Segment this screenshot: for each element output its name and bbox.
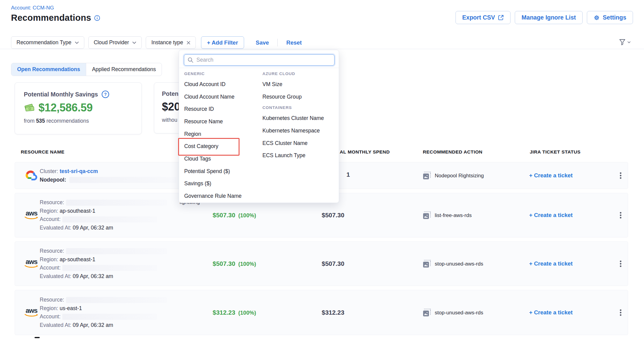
create-ticket-link[interactable]: + Create a ticket: [529, 309, 573, 316]
filter-option-cloud-tags[interactable]: Cloud Tags: [184, 153, 261, 165]
redacted-value: [66, 200, 167, 206]
total-spend-value: $507.30: [322, 212, 344, 219]
resource-line: Cluster: test-sri-qa-ccm: [40, 167, 176, 176]
divider: [277, 39, 278, 46]
help-icon[interactable]: ?: [101, 90, 109, 98]
chevron-down-icon: [75, 42, 79, 44]
instance-type-filter-chip[interactable]: Instance type: [146, 36, 196, 49]
monthly-savings-cell: $507.30 (100%): [213, 260, 256, 267]
monthly-savings-cell: $507.30 (100%): [213, 212, 256, 219]
tab-applied-recommendations[interactable]: Applied Recommendations: [86, 63, 162, 76]
section-heading-generic: GENERIC: [184, 69, 261, 78]
recommendation-row[interactable]: aws Resource: Region: ap-southeast-1 Acc…: [15, 241, 628, 286]
dropdown-search-input[interactable]: [184, 54, 335, 66]
filter-option-governance-rule-name[interactable]: Governance Rule Name: [184, 190, 261, 202]
external-link-icon: [498, 15, 504, 20]
filter-option-cloud-account-id[interactable]: Cloud Account ID: [184, 78, 261, 91]
filter-option-resource-id[interactable]: Resource ID: [184, 103, 261, 115]
filter-option-kubernetes-cluster-name[interactable]: Kubernetes Cluster Name: [262, 112, 337, 125]
create-ticket-link[interactable]: + Create a ticket: [529, 172, 573, 179]
resource-line: Region: us-east-1: [40, 304, 167, 313]
chevron-down-icon: [132, 42, 136, 44]
settings-label: Settings: [603, 14, 626, 21]
create-ticket-link[interactable]: + Create a ticket: [529, 260, 573, 267]
recommended-action-label: stop-unused-aws-rds: [435, 309, 483, 316]
resource-line: Evaluated At: 09 Apr, 06:32 am: [40, 224, 167, 232]
recommendation-type-filter-chip[interactable]: Recommendation Type: [11, 36, 84, 49]
recommended-action-label: stop-unused-aws-rds: [435, 261, 483, 267]
row-menu-kebab[interactable]: [618, 210, 623, 220]
filter-option-savings[interactable]: Savings ($): [184, 178, 261, 190]
column-header-resource-name: RESOURCE NAME: [21, 149, 64, 155]
gcp-cloud-icon: [24, 169, 38, 182]
screen-artifact: [35, 337, 40, 338]
spend-card-title-fragment: Poten: [162, 90, 178, 97]
action-image-placeholder-icon: [423, 260, 431, 268]
savings-amount: $12,586.59: [38, 101, 93, 114]
recommendations-tabs: Open Recommendations Applied Recommendat…: [11, 63, 162, 76]
filter-option-vm-size[interactable]: VM Size: [262, 78, 337, 91]
filter-option-ecs-launch-type[interactable]: ECS Launch Type: [262, 149, 337, 162]
settings-button[interactable]: Settings: [587, 11, 633, 24]
row-menu-kebab[interactable]: [618, 171, 623, 181]
filter-option-cost-category[interactable]: Cost Category: [184, 140, 261, 153]
close-icon[interactable]: [187, 41, 190, 45]
cloud-provider-filter-chip[interactable]: Cloud Provider: [88, 36, 142, 49]
filter-option-cloud-account-name[interactable]: Cloud Account Name: [184, 91, 261, 103]
aws-logo: aws: [24, 308, 39, 317]
manage-ignore-list-label: Manage Ignore List: [521, 14, 576, 21]
resource-line: Resource:: [40, 198, 167, 207]
filter-option-resource-name[interactable]: Resource Name: [184, 115, 261, 128]
chip-label: Recommendation Type: [16, 39, 71, 46]
filter-funnel-icon[interactable]: [619, 39, 631, 46]
redacted-value: [69, 177, 176, 183]
resource-line: Account:: [40, 313, 167, 321]
manage-ignore-list-button[interactable]: Manage Ignore List: [515, 11, 583, 24]
add-filter-dropdown: GENERIC Cloud Account ID Cloud Account N…: [179, 50, 339, 203]
section-heading-azure-cloud: AZURE CLOUD: [262, 69, 337, 78]
filter-option-potential-spend[interactable]: Potential Spend ($): [184, 165, 261, 178]
recommendations-page: Account: CCM-NG Recommendations Export C…: [0, 0, 644, 340]
cluster-link[interactable]: test-sri-qa-ccm: [60, 168, 98, 174]
row-menu-kebab[interactable]: [618, 308, 623, 318]
create-ticket-link[interactable]: + Create a ticket: [529, 212, 573, 219]
savings-subtext: from 535 recommendations: [24, 118, 133, 124]
column-header-recommended-action: RECOMMENDED ACTION: [423, 149, 482, 155]
recommended-action-cell: list-free-aws-rds: [423, 212, 472, 219]
divider: [0, 49, 644, 49]
info-icon[interactable]: [94, 15, 100, 21]
section-heading-containers: CONTAINERS: [262, 103, 337, 112]
savings-percent: (100%): [238, 261, 256, 267]
savings-card-title: Potential Monthly Savings: [24, 91, 98, 98]
filter-option-region[interactable]: Region: [184, 128, 261, 140]
action-image-placeholder-icon: [423, 309, 431, 316]
filter-option-ecs-cluster-name[interactable]: ECS Cluster Name: [262, 137, 337, 150]
tab-open-recommendations[interactable]: Open Recommendations: [11, 63, 86, 76]
column-header-total-monthly-spend: AL MONTHLY SPEND: [340, 149, 390, 155]
filter-option-resource-group[interactable]: Resource Group: [262, 91, 337, 103]
save-filters-link[interactable]: Save: [251, 39, 273, 46]
redacted-value: [62, 314, 157, 320]
redacted-value: [66, 248, 167, 254]
savings-percent: (100%): [238, 310, 256, 316]
redacted-value: [62, 265, 157, 271]
resource-line: Account:: [40, 264, 167, 272]
savings-value: $507.30: [213, 212, 235, 219]
add-filter-button[interactable]: + Add Filter: [201, 36, 244, 49]
action-image-placeholder-icon: [423, 212, 431, 219]
recommended-action-cell: stop-unused-aws-rds: [423, 260, 483, 268]
resource-line: Account:: [40, 215, 167, 224]
recommendation-row[interactable]: aws Resource: Region: us-east-1 Account:…: [15, 290, 628, 335]
resource-line: Region: ap-southeast-1: [40, 255, 167, 264]
recommended-action-label: Nodepool Rightsizing: [435, 172, 484, 179]
savings-value: $312.23: [213, 309, 235, 316]
account-breadcrumb[interactable]: Account: CCM-NG: [11, 5, 54, 11]
resource-line: Evaluated At: 09 Apr, 06:32 am: [40, 272, 167, 281]
svg-text:?: ?: [104, 92, 107, 97]
reset-filters-link[interactable]: Reset: [282, 39, 306, 46]
export-csv-button[interactable]: Export CSV: [456, 11, 510, 24]
spend-amount-fragment: $20: [162, 100, 180, 113]
row-menu-kebab[interactable]: [618, 259, 623, 269]
total-spend-value-fragment: 1: [346, 171, 350, 178]
filter-option-kubernetes-namespace[interactable]: Kubernetes Namespace: [262, 125, 337, 137]
